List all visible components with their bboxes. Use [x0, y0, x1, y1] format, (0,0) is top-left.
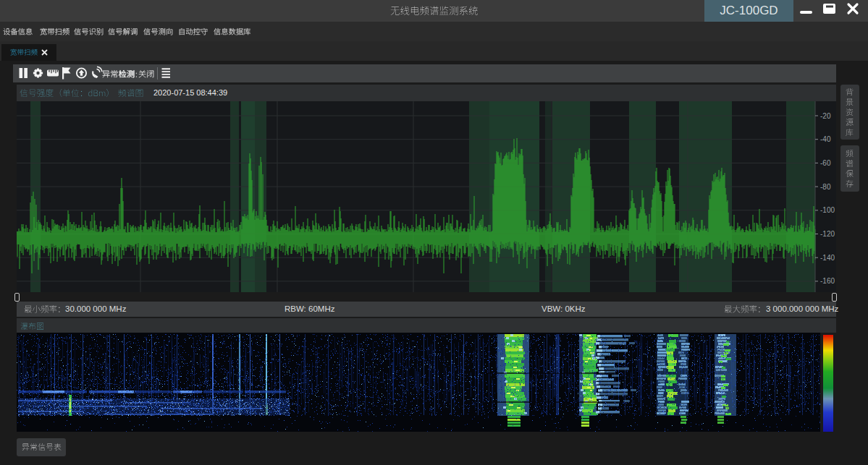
- svg-text:-140: -140: [820, 254, 835, 262]
- svg-text:-20: -20: [820, 112, 831, 120]
- svg-text:-60: -60: [820, 159, 831, 167]
- svg-text:-160: -160: [820, 277, 835, 285]
- svg-text:-80: -80: [820, 183, 831, 191]
- svg-text:-40: -40: [820, 135, 831, 143]
- svg-text:-120: -120: [820, 230, 835, 238]
- svg-text:-100: -100: [820, 206, 835, 214]
